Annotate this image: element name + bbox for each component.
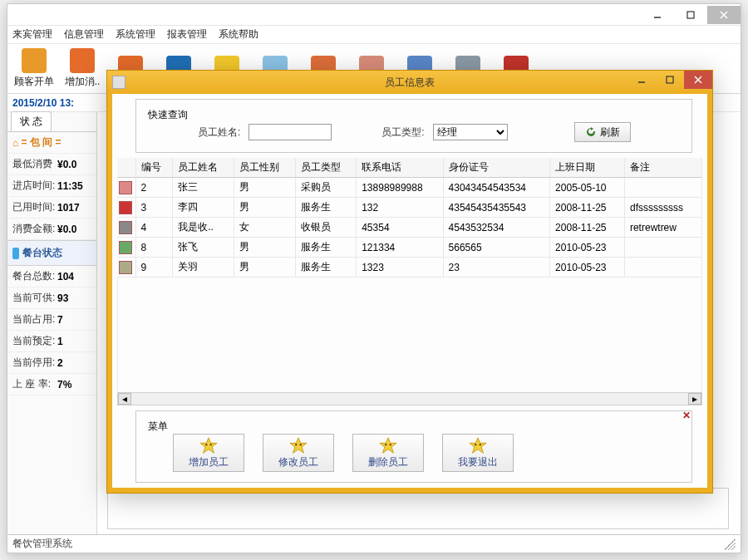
star-icon bbox=[469, 437, 487, 454]
info-key: 进店时间: bbox=[12, 179, 57, 193]
svg-point-19 bbox=[480, 443, 481, 445]
room-label: = 包 间 = bbox=[22, 135, 62, 150]
cell-type: 服务生 bbox=[295, 258, 357, 278]
action-label: 增加员工 bbox=[189, 455, 229, 469]
cell-remark: retrewtrew bbox=[624, 218, 701, 238]
col-header[interactable]: 上班日期 bbox=[550, 158, 625, 178]
add-employee-button[interactable]: 增加员工 bbox=[173, 434, 244, 472]
status-tab[interactable]: 状 态 bbox=[11, 111, 52, 131]
col-header[interactable]: 员工姓名 bbox=[173, 158, 234, 178]
cell-name: 张飞 bbox=[173, 238, 234, 258]
name-label: 员工姓名: bbox=[198, 125, 240, 140]
col-header[interactable]: 身份证号 bbox=[443, 158, 550, 178]
svg-rect-5 bbox=[667, 76, 673, 83]
actions-close-icon[interactable]: ✕ bbox=[680, 410, 693, 423]
table-row[interactable]: 3李四男服务生132435454354355432008-11-25dfssss… bbox=[117, 198, 702, 218]
cell-remark: dfsssssssss bbox=[624, 198, 701, 218]
menu-system[interactable]: 系统管理 bbox=[116, 27, 155, 42]
stat-value: 7 bbox=[57, 314, 63, 326]
employee-type-select[interactable]: 经理 bbox=[433, 124, 508, 140]
stat-key: 当前可供: bbox=[12, 291, 57, 305]
stat-key: 当前占用: bbox=[12, 312, 57, 327]
cell-type: 服务生 bbox=[295, 198, 357, 218]
svg-point-13 bbox=[300, 443, 302, 445]
dialog-maximize-button[interactable] bbox=[656, 71, 684, 89]
action-label: 我要退出 bbox=[458, 455, 498, 469]
cell-phone: 121334 bbox=[357, 238, 443, 258]
toolbar-label: 顾客开单 bbox=[14, 75, 54, 89]
svg-point-10 bbox=[210, 443, 212, 445]
refresh-button[interactable]: 刷新 bbox=[574, 122, 631, 142]
col-header[interactable]: 员工性别 bbox=[234, 158, 295, 178]
horizontal-scrollbar[interactable]: ◂ ▸ bbox=[117, 392, 702, 405]
main-window-controls bbox=[641, 6, 741, 24]
table-row[interactable]: 4我是收..女收银员4535445435325342008-11-25retre… bbox=[117, 218, 702, 238]
row-icon bbox=[117, 258, 135, 278]
menu-help[interactable]: 系统帮助 bbox=[219, 27, 258, 42]
employee-name-input[interactable] bbox=[249, 124, 332, 140]
cell-sex: 男 bbox=[234, 258, 295, 278]
delete-employee-button[interactable]: 删除员工 bbox=[352, 434, 424, 472]
menu-report[interactable]: 报表管理 bbox=[167, 27, 207, 42]
col-header[interactable]: 员工类型 bbox=[295, 158, 357, 178]
employee-table[interactable]: 编号员工姓名员工性别员工类型联系电话身份证号上班日期备注 2张三男采购员1389… bbox=[117, 158, 702, 278]
main-close-button[interactable] bbox=[707, 6, 741, 24]
table-row[interactable]: 8张飞男服务生1213345665652010-05-23 bbox=[117, 238, 702, 258]
toolbar-item-1[interactable]: 增加消.. bbox=[59, 46, 106, 92]
dialog-close-button[interactable] bbox=[684, 71, 712, 89]
svg-point-15 bbox=[385, 443, 386, 445]
menubar: 来宾管理 信息管理 系统管理 报表管理 系统帮助 bbox=[7, 26, 741, 44]
scroll-left-icon[interactable]: ◂ bbox=[118, 393, 131, 405]
stat-key: 当前停用: bbox=[12, 356, 57, 370]
cell-id: 8 bbox=[135, 238, 173, 258]
stat-value: 2 bbox=[57, 357, 63, 369]
search-legend: 快速查询 bbox=[148, 109, 188, 120]
cell-sex: 女 bbox=[234, 218, 295, 238]
cell-remark bbox=[624, 178, 701, 198]
star-icon bbox=[199, 437, 218, 454]
exit-button[interactable]: 我要退出 bbox=[442, 434, 514, 472]
info-value: 1017 bbox=[57, 202, 80, 214]
info-value: 11:35 bbox=[57, 180, 83, 192]
toolbar-item-0[interactable]: 顾客开单 bbox=[11, 46, 57, 92]
employee-dialog: 员工信息表 快速查询 员工姓名: 员工类型: 经理 刷新 bbox=[106, 70, 713, 494]
col-header[interactable]: 联系电话 bbox=[357, 158, 443, 178]
col-header[interactable]: 编号 bbox=[135, 158, 173, 178]
stat-row: 餐台总数:104 bbox=[7, 266, 96, 287]
menu-info[interactable]: 信息管理 bbox=[64, 27, 104, 42]
table-row[interactable]: 2张三男采购员13898989988430434545435342005-05-… bbox=[117, 178, 702, 198]
dialog-minimize-button[interactable] bbox=[627, 71, 656, 89]
dialog-titlebar: 员工信息表 bbox=[107, 71, 712, 94]
svg-point-16 bbox=[390, 443, 391, 445]
stat-key: 上 座 率: bbox=[12, 377, 57, 391]
col-header[interactable]: 备注 bbox=[624, 158, 701, 178]
cell-idno: 566565 bbox=[443, 238, 550, 258]
svg-point-9 bbox=[205, 443, 207, 445]
stat-value: 104 bbox=[57, 271, 74, 282]
cell-id: 9 bbox=[135, 258, 173, 278]
type-label: 员工类型: bbox=[381, 125, 424, 140]
edit-employee-button[interactable]: 修改员工 bbox=[263, 434, 334, 472]
dialog-app-icon bbox=[112, 76, 125, 89]
datetime-text: 2015/2/10 13: bbox=[12, 97, 74, 109]
main-maximize-button[interactable] bbox=[674, 6, 707, 24]
stat-row: 当前占用:7 bbox=[7, 309, 96, 331]
resize-grip-icon[interactable] bbox=[724, 538, 736, 550]
log-area bbox=[107, 488, 729, 529]
table-row[interactable]: 9关羽男服务生1323232010-05-23 bbox=[117, 258, 702, 278]
row-icon bbox=[117, 238, 135, 258]
cell-sex: 男 bbox=[234, 178, 295, 198]
cell-sex: 男 bbox=[234, 198, 295, 218]
info-key: 已用时间: bbox=[12, 200, 57, 214]
statusbar-text: 餐饮管理系统 bbox=[12, 537, 72, 551]
cell-sex: 男 bbox=[234, 238, 295, 258]
cell-idno: 43043454543534 bbox=[443, 178, 550, 198]
left-panel: 状 态 ⌂ = 包 间 = 最低消费¥0.0进店时间:11:35已用时间:101… bbox=[7, 112, 97, 534]
cell-name: 我是收.. bbox=[173, 218, 234, 238]
cell-date: 2010-05-23 bbox=[550, 258, 625, 278]
cell-phone: 13898989988 bbox=[357, 178, 443, 198]
scroll-right-icon[interactable]: ▸ bbox=[688, 393, 701, 405]
info-row: 最低消费¥0.0 bbox=[7, 154, 96, 175]
menu-guest[interactable]: 来宾管理 bbox=[12, 27, 52, 42]
main-minimize-button[interactable] bbox=[641, 6, 674, 24]
